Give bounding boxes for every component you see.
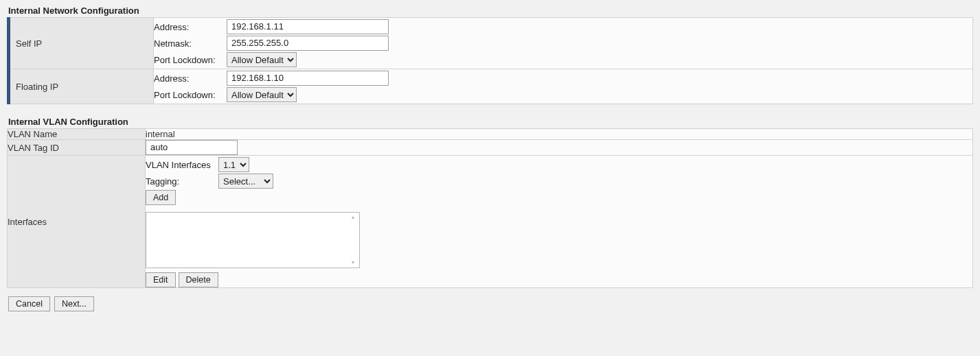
delete-button[interactable]: Delete [179,272,218,287]
network-section-title: Internal Network Configuration [8,5,973,16]
floating-lockdown-label: Port Lockdown: [154,90,223,100]
vlan-tagging-select[interactable]: Select... [218,174,273,189]
floating-address-label: Address: [154,73,223,84]
vlan-name-value: internal [146,129,175,139]
next-button[interactable]: Next... [54,296,94,311]
vlan-interfaces-label: Interfaces [8,156,146,288]
floating-address-input[interactable] [227,71,389,86]
self-lockdown-select[interactable]: Allow Default [227,52,297,67]
vlan-interfaces-listbox[interactable]: ▲ ▼ [146,212,360,268]
self-netmask-label: Netmask: [154,38,223,49]
self-netmask-input[interactable] [227,36,389,51]
self-address-input[interactable] [227,19,389,34]
vlan-section-title: Internal VLAN Configuration [8,117,973,127]
vlan-tag-label: VLAN Tag ID [8,140,146,156]
cancel-button[interactable]: Cancel [8,296,50,311]
network-config-table: Self IP Address: Netmask: Port Lockdown:… [7,17,973,104]
add-button[interactable]: Add [146,190,176,205]
vlan-iface-select-label: VLAN Interfaces [146,160,214,170]
vlan-tagging-label: Tagging: [146,176,214,187]
vlan-tag-input[interactable] [146,140,238,155]
vlan-name-label: VLAN Name [8,129,146,140]
self-ip-label: Self IP [9,18,154,69]
self-address-label: Address: [154,22,223,32]
scroll-up-icon: ▲ [348,214,358,221]
floating-lockdown-select[interactable]: Allow Default [227,87,297,102]
self-lockdown-label: Port Lockdown: [154,55,223,65]
vlan-iface-select[interactable]: 1.1 [218,157,249,172]
floating-ip-label: Floating IP [9,69,154,104]
edit-button[interactable]: Edit [146,272,176,287]
vlan-config-table: VLAN Name internal VLAN Tag ID Interface… [7,128,973,288]
scroll-down-icon: ▼ [348,259,358,266]
